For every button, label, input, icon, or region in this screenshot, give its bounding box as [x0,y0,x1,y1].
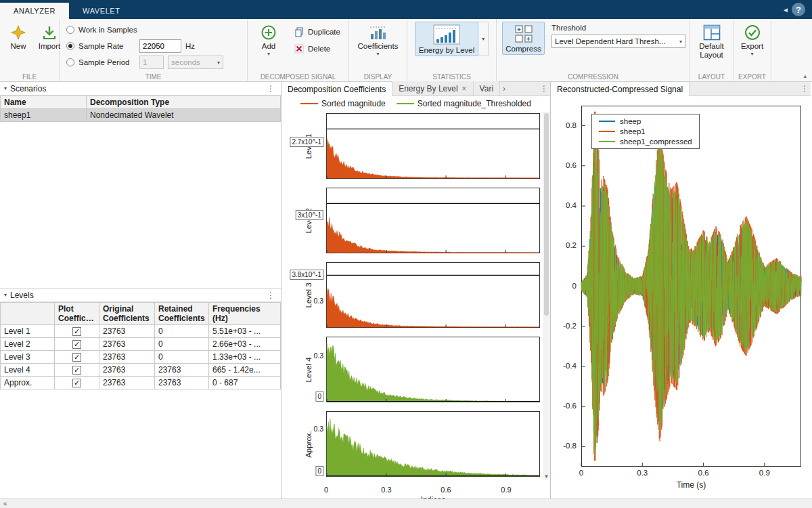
legend-item: Sorted magnitude_Thresholded [397,99,531,108]
coefficients-doctabs: Decomposition Coefficients Energy By Lev… [281,82,550,96]
scenarios-header: ▾ Scenarios ⋮ [0,82,281,96]
frequencies-cell: 1.33e+03 - ... [209,351,281,364]
scrollbar-down-icon[interactable]: ▾ [543,473,550,480]
sample-rate-input[interactable] [139,39,181,53]
work-in-samples-label: Work in Samples [78,26,137,34]
levels-menu-icon[interactable]: ⋮ [265,291,277,300]
plot-coefficients-checkbox[interactable]: ✓ [72,366,81,375]
chevron-down-icon: ▾ [217,60,220,66]
column-header-original-coefficients[interactable]: Original Coefficients [99,303,155,325]
level-row[interactable]: Level 1✓2376305.51e+03 - ... [1,325,281,338]
sample-period-input[interactable] [139,56,164,69]
collapse-panel-icon[interactable]: « [3,500,7,507]
subplot-ylabel: Level 4 [304,357,313,382]
column-header-frequencies[interactable]: Frequencies (Hz) [209,303,281,325]
section-label-statistics: STATISTICS [407,73,496,81]
sample-rate-radio[interactable] [66,42,74,50]
delete-button[interactable]: Delete [291,43,343,55]
column-header-plot-coefficients[interactable]: Plot Coefficients [55,303,99,325]
column-header-decomposition-type[interactable]: Decomposition Type [87,96,281,109]
tab-analyzer[interactable]: ANALYZER [0,3,69,19]
close-tab-icon[interactable]: × [462,85,467,93]
column-header-retained-coefficients[interactable]: Retained Coefficients [155,303,209,325]
scenario-row[interactable]: sheep1Nondecimated Wavelet [1,109,281,122]
collapse-arrow-icon[interactable]: ▾ [4,85,7,91]
threshold-value-box[interactable]: 3.8x10^-1 [290,270,323,280]
ribbon-section-file: New Import FILE [0,19,60,81]
level-name-cell: Level 4 [1,364,55,377]
export-check-icon [744,24,761,41]
compress-button[interactable]: Compress [502,22,545,55]
coefficients-button[interactable]: Coefficients ▾ [354,22,403,58]
coefficients-icon [369,24,386,41]
duplicate-button[interactable]: Duplicate [291,26,343,38]
help-area: ◄ ? [782,0,812,19]
vertical-scrollbar[interactable]: ▾ [543,112,550,480]
tab-label: Reconstructed-Compressed Signal [557,85,683,94]
y-tick-label: -0.6 [551,402,577,410]
level-name-cell: Level 1 [1,325,55,338]
help-icon: ? [796,5,801,15]
column-header-blank[interactable] [1,303,55,325]
signal-panel-menu-icon[interactable]: ⋮ [798,84,811,93]
ribbon-section-display: Coefficients ▾ DISPLAY [349,19,407,81]
duplicate-icon [294,26,304,37]
original-coefficients-cell: 23763 [99,377,155,389]
plot-coefficients-checkbox[interactable]: ✓ [72,327,81,336]
legend-item: sheep [599,117,692,125]
export-button[interactable]: Export ▾ [738,22,767,58]
plot-coefficients-checkbox[interactable]: ✓ [72,353,81,362]
threshold-value-box[interactable]: 0 [315,391,323,402]
plot-coefficients-checkbox[interactable]: ✓ [72,340,81,349]
chevron-down-icon: ▾ [750,51,753,57]
scenarios-menu-icon[interactable]: ⋮ [265,84,277,93]
duplicate-button-label: Duplicate [308,28,340,36]
work-in-samples-radio[interactable] [66,26,74,34]
tab-reconstructed-signal[interactable]: Reconstructed-Compressed Signal [551,81,690,96]
add-button[interactable]: Add ▾ [254,22,283,58]
threshold-value-box[interactable]: 0 [315,466,323,476]
tab-wavelet[interactable]: WAVELET [69,3,134,19]
help-button[interactable]: ? [792,3,805,16]
default-layout-button[interactable]: Default Layout [694,22,729,61]
section-label-export: EXPORT [734,73,771,81]
x-tick-label: 0.6 [694,469,714,477]
y-tick-label: 0 [551,282,577,290]
tab-label: Decomposition Coefficients [288,85,386,94]
tab-decomposition-coefficients[interactable]: Decomposition Coefficients [281,81,392,96]
sample-period-radio[interactable] [66,58,74,66]
scrollbar-thumb[interactable] [544,113,549,316]
column-header-name[interactable]: Name [1,96,87,109]
legend-item: Sorted magnitude [300,99,386,108]
period-unit-select[interactable]: seconds ▾ [168,56,223,69]
new-button[interactable]: New [4,22,32,52]
scenario-name-cell: sheep1 [1,109,87,122]
ribbon: New Import FILE Work in Samples Sample R… [0,19,812,82]
legend-line-swatch [300,103,318,104]
legend-line-swatch [397,103,414,104]
tab-energy-by-level[interactable]: Energy By Level × [392,81,473,96]
tab-overflow-icon[interactable]: › [500,84,508,93]
subplot-ylabel: Approx. [304,431,313,458]
original-coefficients-cell: 23763 [99,364,155,377]
energy-by-level-dropdown[interactable]: ▾ [478,22,489,56]
threshold-value-box[interactable]: 2.7x10^-1 [290,137,323,147]
coefficients-panel-menu-icon[interactable]: ⋮ [538,84,550,93]
level-row[interactable]: Level 4✓2376323763665 - 1.42e... [1,364,281,377]
level-row[interactable]: Level 2✓2376302.66e+03 - ... [1,338,281,351]
threshold-select[interactable]: Level Dependent Hard Thresh... ▾ [551,35,685,48]
coefficients-legend: Sorted magnitudeSorted magnitude_Thresho… [281,96,550,111]
plot-coefficients-cell: ✓ [55,364,99,377]
signal-legend: sheepsheep1sheep1_compressed [591,114,700,149]
minimize-ribbon-icon[interactable]: ▴ [803,72,807,79]
collapse-arrow-icon[interactable]: ▾ [4,292,7,298]
plot-coefficients-checkbox[interactable]: ✓ [72,379,81,387]
original-coefficients-cell: 23763 [99,351,155,364]
legend-line-swatch [599,121,615,122]
x-tick-label: 0.3 [632,469,652,477]
level-row[interactable]: Approx.✓23763237630 - 687 [1,377,281,389]
energy-by-level-button[interactable]: Energy by Level [415,22,478,56]
threshold-value-box[interactable]: 3x10^-1 [296,210,323,220]
level-row[interactable]: Level 3✓2376301.33e+03 - ... [1,351,281,364]
tab-variance[interactable]: Vari [474,81,500,96]
